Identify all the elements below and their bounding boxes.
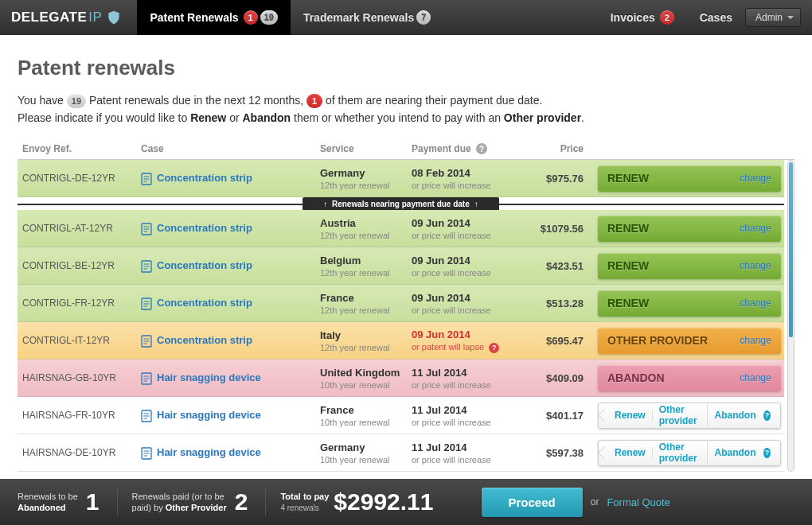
abandon-chip: ABANDONchange [598,365,781,391]
change-link[interactable]: change [732,335,771,346]
proceed-button[interactable]: Proceed [482,488,583,517]
admin-dropdown[interactable]: Admin [745,8,801,27]
document-icon [141,335,152,348]
renew-chip: RENEWchange [598,253,781,279]
footer-total-amount: $2992.11 [334,488,433,515]
nav-patent-label: Patent Renewals [150,11,238,24]
opt-abandon[interactable]: Abandon [708,410,762,421]
shield-icon [105,10,123,25]
opt-abandon[interactable]: Abandon [708,447,762,458]
renew-chip: RENEWchange [598,290,781,317]
cell-action: RENEWchange [595,290,784,317]
case-link[interactable]: Concentration strip [157,172,252,184]
cell-case: Hair snagging device [141,371,320,385]
case-link[interactable]: Concentration strip [157,222,252,234]
page-title: Patent renewals [18,56,794,80]
nav-patent-renewals[interactable]: Patent Renewals 1 19 [137,0,291,35]
cell-case: Concentration strip [141,259,320,273]
nav-patent-count-badge: 19 [260,10,278,25]
help-icon[interactable]: ? [476,143,487,154]
cell-action: ABANDONchange [595,365,784,391]
th-case: Case [141,143,320,155]
table-row: CONTRIGL-FR-12YRConcentration stripFranc… [18,285,784,322]
cell-due: 08 Feb 2014or price will increase [412,167,515,190]
scroll-thumb[interactable] [789,162,793,337]
help-icon[interactable]: ? [763,410,770,421]
opt-other[interactable]: Other provider [653,441,709,464]
urgent-divider: Renewals nearing payment due date [18,197,784,210]
cell-case: Hair snagging device [141,446,320,460]
cell-service: France12th year renewal [320,292,412,315]
cell-action: OTHER PROVIDERchange [595,328,784,354]
cell-action: RENEWchange [595,253,784,279]
cell-ref: CONTRIGL-AT-12YR [18,223,141,234]
cell-due: 09 Jun 2014or price will increase [412,292,515,315]
nav-invoices[interactable]: Invoices 2 [598,0,687,35]
warning-icon[interactable]: ? [489,343,499,353]
help-icon[interactable]: ? [763,448,770,458]
footer-bar: Renewals to beAbandoned 1 Renewals paid … [0,479,812,525]
cell-service: Germany12th year renewal [320,167,412,190]
cell-ref: HAIRSNAG-GB-10YR [18,372,141,383]
table-row: HAIRSNAG-FR-10YRHair snagging deviceFran… [18,397,784,434]
cell-case: Concentration strip [141,297,320,310]
cell-ref: CONTRIGL-BE-12YR [18,260,141,271]
formal-quote-link[interactable]: Formal Quote [607,496,670,508]
case-link[interactable]: Concentration strip [157,259,252,271]
logo-text: DELEGATE [11,10,87,25]
cell-action: RenewOther providerAbandon? [595,402,784,429]
opt-other[interactable]: Other provider [653,404,709,426]
cell-due: 09 Jun 2014or price will increase [412,217,515,240]
case-link[interactable]: Hair snagging device [157,371,261,383]
table-body: CONTRIGL-DE-12YRConcentration stripGerma… [18,160,784,472]
admin-label: Admin [755,12,783,23]
case-link[interactable]: Concentration strip [157,297,252,309]
intro-text: You have 19 Patent renewals due in the n… [18,91,794,127]
nav-trademark-renewals[interactable]: Trademark Renewals 7 [291,0,443,35]
logo-suffix: IP [88,10,102,25]
case-link[interactable]: Hair snagging device [157,409,261,421]
table-row: CONTRIGL-IT-12YRConcentration stripItaly… [18,322,784,360]
intro-total-badge: 19 [67,94,86,108]
scrollbar[interactable] [787,160,794,472]
case-link[interactable]: Concentration strip [157,334,252,346]
change-link[interactable]: change [732,223,771,234]
nav-trademark-label: Trademark Renewals [303,11,414,24]
change-link[interactable]: change [732,372,771,383]
table-row: CONTRIGL-DE-12YRConcentration stripGerma… [18,160,784,197]
cell-case: Concentration strip [141,222,320,235]
footer-other-count: 2 [235,488,248,515]
cell-service: France10th year renewal [320,404,412,427]
document-icon [141,223,152,235]
footer-total: Total to pay4 renewals $2992.11 [280,488,451,515]
cell-price: $401.17 [515,410,595,422]
topbar: DELEGATEIP Patent Renewals 1 19 Trademar… [0,0,812,35]
table-wrap: CONTRIGL-DE-12YRConcentration stripGerma… [18,160,794,472]
cell-ref: HAIRSNAG-FR-10YR [18,410,141,421]
case-link[interactable]: Hair snagging device [157,446,261,458]
table-row: HAIRSNAG-DE-10YRHair snagging deviceGerm… [18,434,784,472]
opt-renew[interactable]: Renew [608,447,653,458]
cell-service: Italy12th year renewal [320,329,412,352]
cell-price: $409.09 [515,372,595,384]
cell-price: $423.51 [515,260,595,272]
document-icon [141,260,152,273]
divider-label: Renewals nearing payment due date [303,197,499,211]
change-link[interactable]: change [732,298,771,309]
footer-or: or [591,496,599,508]
table-row: CONTRIGL-AT-12YRConcentration stripAustr… [18,210,784,247]
change-link[interactable]: change [732,173,771,184]
th-due: Payment due ? [412,143,515,155]
opt-renew[interactable]: Renew [608,410,653,421]
cell-ref: CONTRIGL-FR-12YR [18,298,141,309]
document-icon [141,298,152,310]
change-link[interactable]: change [732,260,771,271]
footer-other-provider: Renewals paid (or to bepaid) by Other Pr… [132,488,267,515]
document-icon [141,447,152,460]
table-header: Envoy Ref. Case Service Payment due ? Pr… [18,138,794,161]
cell-price: $975.76 [515,173,595,185]
nav-cases[interactable]: Cases [687,0,745,35]
cell-service: Germany10th year renewal [320,441,412,465]
logo[interactable]: DELEGATEIP [11,0,137,35]
cell-price: $513.28 [515,298,595,309]
